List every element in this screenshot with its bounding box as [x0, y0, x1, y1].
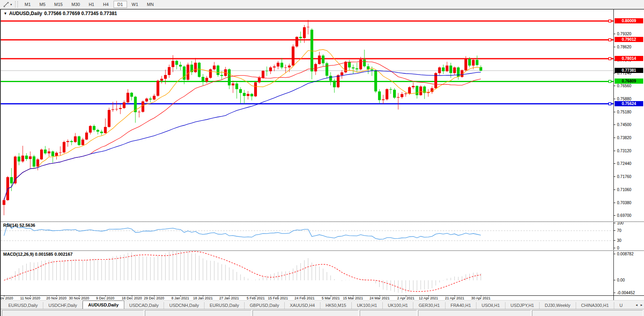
date-tick-label: 27 Jan 2021 — [219, 296, 239, 300]
chart-tab-usdjpy-h1[interactable]: USDJPY,H1 — [505, 302, 540, 309]
status-cell — [253, 310, 359, 316]
chart-tab-china300-h1[interactable]: CHINA300,H1 — [576, 302, 615, 309]
chart-tab-fra40-h1[interactable]: FRA40,H1 — [445, 302, 476, 309]
chart-tab-bar: EURUSD,DailyUSDCHF,DailyAUDUSD,DailyUSDC… — [1, 300, 644, 309]
timeframe-button-m5[interactable]: M5 — [35, 1, 49, 8]
date-tick-label: 18 Jan 2021 — [193, 296, 213, 300]
date-tick-label: 20 Nov 2020 — [46, 296, 66, 300]
chart-tab-usdchf-daily[interactable]: USDCHF,Daily — [43, 302, 83, 309]
symbol-name: AUDUSD,Daily — [9, 11, 42, 16]
price-axis[interactable]: 0.793200.786200.779400.772400.765600.758… — [613, 10, 644, 221]
mt4-window: ▾ M1M5M15M30H1H4D1W1MN ▼ AUDUSD,Daily 0.… — [0, 0, 644, 316]
rsi-scale-label: 0 — [614, 246, 619, 250]
candlestick-plot[interactable] — [1, 10, 613, 221]
price-level-badge: 0.79012 — [615, 37, 643, 42]
timeframe-button-w1[interactable]: W1 — [128, 1, 143, 8]
price-level-badge: 0.80009 — [615, 18, 643, 23]
date-tick-label: 29 Dec 2020 — [144, 296, 164, 300]
price-level-badge: 0.76809 — [615, 79, 643, 84]
timeframe-button-h4[interactable]: H4 — [99, 1, 112, 8]
chart-tab-audusd-daily[interactable]: AUDUSD,Daily — [83, 301, 124, 309]
status-cell — [360, 310, 417, 316]
macd-scale-label: -0.004452 — [614, 291, 635, 295]
price-tick-label: 0.70380 — [614, 201, 631, 205]
status-cell — [145, 310, 251, 316]
chart-tab-eurusd-daily[interactable]: EURUSD,Daily — [3, 302, 43, 309]
main-chart-panel: ▼ AUDUSD,Daily 0.77566 0.77659 0.77345 0… — [1, 10, 644, 221]
dropdown-arrow-icon: ▾ — [10, 3, 12, 6]
timeframe-button-m15[interactable]: M15 — [50, 1, 67, 8]
price-tick-label: 0.69700 — [614, 213, 631, 218]
chart-title: ▼ AUDUSD,Daily 0.77566 0.77659 0.77345 0… — [4, 11, 117, 16]
date-tick-label: 2 Apr 2021 — [397, 296, 415, 300]
price-tick-label: 0.72440 — [614, 161, 631, 166]
price-tick-label: 0.73820 — [614, 136, 631, 140]
timeframe-button-h1[interactable]: H1 — [85, 1, 98, 8]
macd-panel: MACD(12,26,9) 0.001585 0.002167 0.008782… — [1, 251, 644, 295]
chart-tab-xauusd-h4[interactable]: XAUUSD,H4 — [285, 302, 320, 309]
chart-tab-u[interactable]: U — [614, 302, 623, 309]
chart-tab-usoil-h1[interactable]: USOil,H1 — [476, 302, 505, 309]
macd-axis: 0.0087820.00-0.004452 — [613, 251, 644, 295]
date-tick-label: 11 Nov 2020 — [20, 296, 40, 300]
toolbar-grip — [15, 1, 18, 8]
rsi-scale-label: 70 — [614, 228, 621, 233]
symbol-dropdown-icon[interactable]: ▼ — [4, 11, 7, 15]
chart-tab-hk50-m15[interactable]: HK50,M15 — [320, 302, 352, 309]
crosshair-tool-icon — [3, 2, 9, 8]
rsi-scale-label: 100 — [614, 222, 624, 226]
timeframe-button-m30[interactable]: M30 — [67, 1, 84, 8]
date-tick-label: 15 Feb 2021 — [268, 296, 288, 300]
rsi-scale-label: 30 — [614, 238, 621, 243]
date-tick-label: 9 Dec 2020 — [96, 296, 114, 300]
price-level-badge: 0.78014 — [615, 56, 643, 61]
status-bar — [1, 309, 644, 316]
date-tick-label: 30 Apr 2021 — [471, 296, 491, 300]
date-tick-label: 24 Feb 2021 — [295, 296, 315, 300]
status-cell — [418, 310, 530, 316]
chart-window: ▼ AUDUSD,Daily 0.77566 0.77659 0.77345 0… — [0, 9, 644, 316]
current-price-badge: 0.77381 — [615, 68, 643, 73]
price-tick-label: 0.71760 — [614, 174, 631, 179]
status-cell — [2, 310, 144, 316]
chart-tab-uk100-h1[interactable]: UK100,H1 — [383, 302, 414, 309]
chart-tab-uk100-h1[interactable]: UK100,H1 — [352, 302, 383, 309]
ohlc-values: 0.77566 0.77659 0.77345 0.77381 — [44, 11, 117, 16]
macd-plot[interactable] — [1, 251, 613, 295]
tab-scroll-right-icon[interactable]: ▸ — [640, 303, 643, 307]
price-tick-label: 0.75180 — [614, 110, 631, 115]
timeframe-button-d1[interactable]: D1 — [114, 1, 127, 8]
rsi-plot[interactable] — [1, 222, 613, 250]
chart-tab-gbpusd-daily[interactable]: GBPUSD,Daily — [245, 302, 285, 309]
timeframe-button-mn[interactable]: MN — [143, 1, 158, 8]
date-tick-label: 2 Nov 2020 — [0, 296, 13, 300]
rsi-label: RSI(14) 52.5636 — [3, 223, 35, 228]
date-tick-label: 15 Mar 2021 — [343, 296, 363, 300]
chart-tab-ger30-h1[interactable]: GER30,H1 — [413, 302, 445, 309]
date-tick-label: 5 Feb 2021 — [247, 296, 265, 300]
price-tick-label: 0.78620 — [614, 45, 631, 50]
date-tick-label: 8 Jan 2021 — [172, 296, 189, 300]
price-tick-label: 0.79320 — [614, 32, 631, 36]
date-tick-label: 12 Apr 2021 — [419, 296, 438, 300]
macd-scale-label: 0.00 — [614, 278, 625, 283]
rsi-panel: RSI(14) 52.5636 10070300 — [1, 222, 644, 250]
macd-label: MACD(12,26,9) 0.001585 0.002167 — [3, 252, 73, 257]
date-tick-label: 21 Apr 2021 — [445, 296, 465, 300]
rsi-axis: 10070300 — [613, 222, 644, 250]
chart-tab-dj30-weekly[interactable]: DJ30,Weekly — [540, 302, 576, 309]
tab-scroll-arrows: ◂ ▸ — [635, 301, 643, 309]
price-tick-label: 0.74500 — [614, 123, 631, 127]
date-tick-label: 18 Dec 2020 — [121, 296, 142, 300]
chart-tab-eurusd-daily[interactable]: EURUSD,Daily — [204, 302, 245, 309]
date-axis[interactable]: 2 Nov 202011 Nov 202020 Nov 202030 Nov 2… — [1, 295, 644, 300]
chart-tab-usdcnh-daily[interactable]: USDCNH,Daily — [164, 302, 204, 309]
timeframe-button-m1[interactable]: M1 — [21, 1, 35, 8]
chart-tab-usdcad-daily[interactable]: USDCAD,Daily — [124, 302, 164, 309]
date-tick-label: 24 Mar 2021 — [370, 296, 390, 300]
price-tick-label: 0.73120 — [614, 149, 631, 153]
tab-scroll-left-icon[interactable]: ◂ — [635, 303, 638, 307]
price-tick-label: 0.76560 — [614, 84, 631, 88]
macd-scale-label: 0.008782 — [614, 252, 634, 257]
cursor-tool-button[interactable]: ▾ — [2, 1, 13, 8]
